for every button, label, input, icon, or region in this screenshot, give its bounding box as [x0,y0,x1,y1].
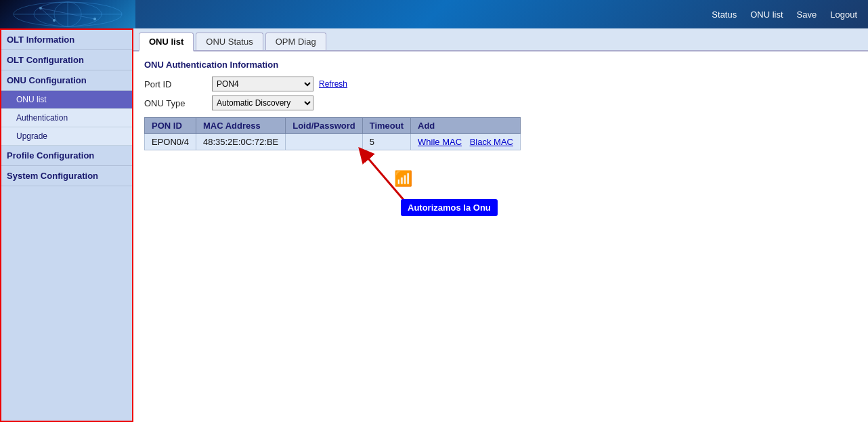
topbar-globe [0,0,135,28]
sidebar-item-olt-configuration[interactable]: OLT Configuration [1,50,132,70]
sidebar-item-profile-configuration[interactable]: Profile Configuration [1,146,132,166]
refresh-button[interactable]: Refresh [319,79,347,89]
content-area: ONU Authentication Information Port ID P… [133,51,868,422]
wifi-icon: 📶 [394,170,412,188]
cell-timeout: 5 [362,134,410,150]
onu-type-row: ONU Type Automatic Discovery Manual [144,96,857,110]
table-row: EPON0/4 48:35:2E:0C:72:BE 5 While MAC Bl… [145,134,521,150]
status-link[interactable]: Status [712,9,737,20]
layout: OLT Information OLT Configuration ONU Co… [0,28,868,422]
onu-type-label: ONU Type [144,98,212,108]
onu-type-select[interactable]: Automatic Discovery Manual [212,96,313,110]
col-header-loid-password: Loid/Password [286,118,362,134]
logout-link[interactable]: Logout [830,9,857,20]
tab-opm-diag[interactable]: OPM Diag [265,33,326,50]
port-id-row: Port ID PON4 PON1 PON2 PON3 Refresh [144,77,857,91]
col-header-timeout: Timeout [362,118,410,134]
col-header-mac-address: MAC Address [196,118,285,134]
port-id-select[interactable]: PON4 PON1 PON2 PON3 [212,77,313,91]
topbar-links: Status ONU list Save Logout [712,9,857,20]
tab-onu-status[interactable]: ONU Status [196,33,263,50]
sidebar-item-system-configuration[interactable]: System Configuration [1,166,132,186]
col-header-pon-id: PON ID [145,118,196,134]
sidebar-item-onu-configuration[interactable]: ONU Configuration [1,70,132,91]
cell-add: While MAC Black MAC [411,134,521,150]
while-mac-link[interactable]: While MAC [418,137,462,147]
sidebar: OLT Information OLT Configuration ONU Co… [0,28,133,422]
cell-mac-address: 48:35:2E:0C:72:BE [196,134,285,150]
topbar: Status ONU list Save Logout [0,0,868,28]
section-title: ONU Authentication Information [144,60,857,70]
black-mac-link[interactable]: Black MAC [470,137,513,147]
svg-line-11 [364,153,404,201]
save-link[interactable]: Save [797,9,817,20]
col-header-add: Add [411,118,521,134]
cell-pon-id: EPON0/4 [145,134,196,150]
cell-loid-password [286,134,362,150]
sidebar-item-upgrade[interactable]: Upgrade [1,127,132,146]
tabbar: ONU list ONU Status OPM Diag [133,28,868,51]
sidebar-item-olt-information[interactable]: OLT Information [1,30,132,50]
onu-list-link[interactable]: ONU list [750,9,783,20]
main-area: ONU list ONU Status OPM Diag ONU Authent… [133,28,868,422]
onu-table: PON ID MAC Address Loid/Password Timeout… [144,117,521,150]
port-id-label: Port ID [144,79,212,89]
sidebar-item-onu-list[interactable]: ONU list [1,91,132,109]
annotation-label: Autorizamos la Onu [401,199,498,216]
tab-onu-list[interactable]: ONU list [139,33,194,51]
sidebar-item-authentication[interactable]: Authentication [1,109,132,127]
